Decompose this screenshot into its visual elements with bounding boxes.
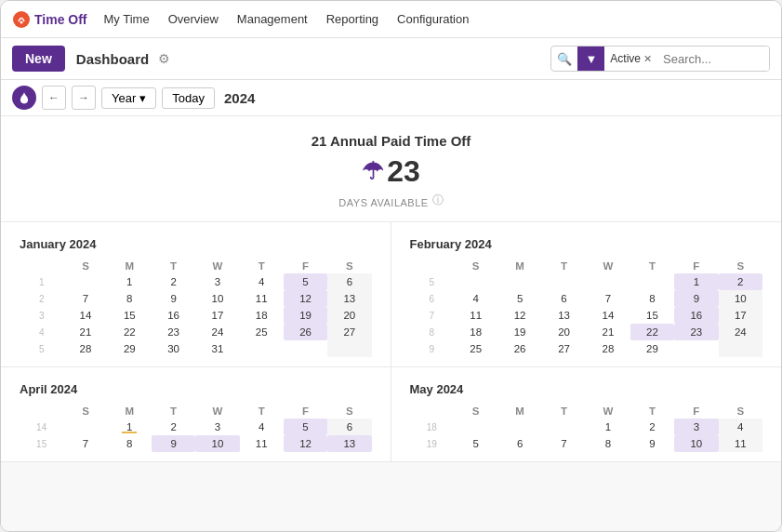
calendar-april-title: April 2024 xyxy=(20,382,372,396)
nav-overview[interactable]: Overview xyxy=(166,8,220,30)
days-available-label: DAYS AVAILABLE xyxy=(338,197,428,208)
week-num-header xyxy=(410,259,454,273)
calendar-january-table: S M T W T F S 1 1 xyxy=(20,259,372,357)
col-fri: F xyxy=(284,259,327,273)
table-row: 14 1 2 3 4 5 6 xyxy=(20,419,372,435)
col-thu: T xyxy=(240,259,284,273)
table-row: 2 7 8 9 10 11 12 13 xyxy=(20,290,372,307)
table-row: 1 1 2 3 4 5 6 xyxy=(20,273,372,290)
app-logo: Time Off xyxy=(12,10,87,29)
calendar-january-title: January 2024 xyxy=(20,237,372,251)
week-num-header xyxy=(20,259,63,273)
table-row: 8 18 19 20 21 22 23 24 xyxy=(410,324,763,340)
nav-management[interactable]: Management xyxy=(235,8,310,30)
chevron-down-icon: ▾ xyxy=(139,91,146,105)
next-period-button[interactable]: → xyxy=(72,86,96,110)
table-row: 15 7 8 9 10 11 12 13 xyxy=(20,435,372,452)
search-bar: 🔍 ▼ Active ✕ xyxy=(550,46,770,72)
year-view-button[interactable]: Year ▾ xyxy=(101,87,156,109)
calendar-february-table: S M T W T F S 5 xyxy=(410,259,763,357)
prev-period-button[interactable]: ← xyxy=(42,86,66,110)
logo-icon xyxy=(12,10,31,29)
svg-point-0 xyxy=(13,11,30,28)
col-tue: T xyxy=(152,259,195,273)
days-count: 23 xyxy=(387,154,420,189)
table-row: 18 1 2 3 4 xyxy=(410,419,763,435)
top-nav: Time Off My Time Overview Management Rep… xyxy=(1,1,781,38)
main-content: 21 Annual Paid Time Off ☂ 23 DAYS AVAILA… xyxy=(1,116,781,531)
table-row: 6 4 5 6 7 8 9 10 xyxy=(410,290,763,307)
calendar-may-title: May 2024 xyxy=(410,382,763,396)
calendar-february-title: February 2024 xyxy=(410,237,763,251)
app-title: Time Off xyxy=(34,12,87,27)
timeoff-policy-title: 21 Annual Paid Time Off xyxy=(1,133,781,149)
app-container: Time Off My Time Overview Management Rep… xyxy=(0,0,782,532)
table-row: 3 14 15 16 17 18 19 20 xyxy=(20,307,372,324)
calendar-april: April 2024 S M T W T F S xyxy=(1,367,391,462)
col-mon: M xyxy=(108,259,152,273)
nav-reporting[interactable]: Reporting xyxy=(325,8,380,30)
remove-filter-button[interactable]: ✕ xyxy=(643,53,652,65)
search-icon-button[interactable]: 🔍 xyxy=(551,52,577,66)
timeoff-count: ☂ 23 xyxy=(1,154,781,189)
table-row: 5 1 2 xyxy=(410,273,763,290)
today-button[interactable]: Today xyxy=(162,87,215,109)
current-year-label: 2024 xyxy=(224,90,255,106)
table-row: 7 11 12 13 14 15 16 17 xyxy=(410,307,763,324)
table-row: 9 25 26 27 28 29 xyxy=(410,340,763,357)
week-num-header xyxy=(410,404,454,419)
timeoff-header: 21 Annual Paid Time Off ☂ 23 DAYS AVAILA… xyxy=(1,116,781,222)
table-row: 4 21 22 23 24 25 26 27 xyxy=(20,324,372,340)
info-icon[interactable]: ⓘ xyxy=(432,193,444,208)
col-sat: S xyxy=(327,259,371,273)
page-title: Dashboard xyxy=(76,51,149,67)
umbrella-icon: ☂ xyxy=(362,157,383,186)
search-input[interactable] xyxy=(657,47,769,71)
week-num-header xyxy=(20,404,63,419)
nav-configuration[interactable]: Configuration xyxy=(395,8,471,30)
drop-icon xyxy=(18,91,31,104)
sub-toolbar: ← → Year ▾ Today 2024 xyxy=(1,80,781,116)
toolbar: New Dashboard ⚙ 🔍 ▼ Active ✕ xyxy=(1,38,781,80)
calendars-grid: January 2024 S M T W T F S xyxy=(1,222,781,462)
calendar-may: May 2024 S M T W T F S xyxy=(391,367,782,462)
new-button[interactable]: New xyxy=(12,46,65,72)
col-sun: S xyxy=(63,259,107,273)
filter-button[interactable]: ▼ xyxy=(577,47,604,71)
calendar-february: February 2024 S M T W T F S xyxy=(391,222,782,367)
gear-icon[interactable]: ⚙ xyxy=(158,51,170,66)
col-wed: W xyxy=(195,259,239,273)
nav-my-time[interactable]: My Time xyxy=(102,8,152,30)
active-filter-badge: Active ✕ xyxy=(604,52,657,65)
calendar-may-table: S M T W T F S 18 xyxy=(410,404,763,452)
calendar-april-table: S M T W T F S 14 1 xyxy=(20,404,372,452)
svg-point-1 xyxy=(20,20,23,23)
odoo-home-button[interactable] xyxy=(12,86,36,110)
table-row: 5 28 29 30 31 xyxy=(20,340,372,357)
active-filter-label: Active xyxy=(610,52,641,65)
table-row: 19 5 6 7 8 9 10 11 xyxy=(410,435,763,452)
calendar-january: January 2024 S M T W T F S xyxy=(1,222,391,367)
